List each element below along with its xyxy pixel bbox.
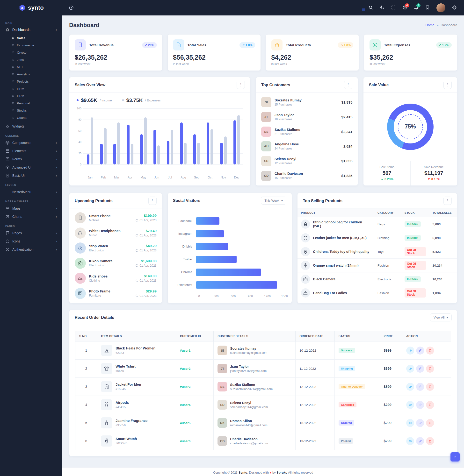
sidebar-item-components[interactable]: Components› — [0, 139, 62, 147]
sidebar-subitem-ecommerce[interactable]: Ecommerce — [0, 42, 62, 49]
top-selling-row[interactable]: Childrens Teddy toy of high qualityToysO… — [298, 245, 457, 259]
upcoming-product-row[interactable]: White HeadphonesMusic$79.49 01 Apr, 2023 — [75, 227, 157, 239]
sidebar-subitem-course[interactable]: Course — [0, 114, 62, 121]
top-selling-row[interactable]: Ethnic School bag for children (24L)Bags… — [298, 217, 457, 231]
customer-row[interactable]: SISocrates Itumay15 Purchases$1,835 — [261, 97, 353, 107]
sidebar-item-charts[interactable]: Charts› — [0, 213, 62, 221]
scroll-to-top-button[interactable] — [450, 452, 460, 461]
bar-group-feb — [100, 128, 106, 164]
bar-group-mar — [113, 122, 120, 164]
sidebar-subitem-crypto[interactable]: Crypto — [0, 49, 62, 56]
customer-row[interactable]: CDCharlie Davieson15 Purchases$1,835 — [261, 171, 353, 181]
sidebar-item-dashboards[interactable]: Dashboards› — [0, 26, 62, 34]
upcoming-product-row[interactable]: Kikon CameraElectronics$1,699.00 01 Apr,… — [75, 258, 157, 269]
delete-order-button[interactable] — [426, 401, 434, 409]
customer-id-link[interactable]: #user3 — [180, 385, 191, 389]
top-selling-row[interactable]: Leather jacket for men (S,M,L,XL)Clothin… — [298, 231, 457, 245]
upcoming-products-menu-button[interactable]: ⋮ — [148, 196, 157, 205]
settings-button[interactable] — [452, 5, 457, 11]
delete-order-button[interactable] — [426, 346, 434, 355]
customer-row[interactable]: SDSelena Deoyl12 Purchases$1,035 — [261, 156, 353, 166]
upcoming-product-row[interactable]: Smart PhoneMobiles$199.99 01 Apr, 2023 — [75, 212, 157, 223]
app-logo[interactable]: synto — [0, 4, 62, 11]
camera-icon — [75, 258, 86, 269]
edit-order-button[interactable] — [416, 383, 424, 391]
edit-order-button[interactable] — [416, 401, 424, 409]
top-selling-row[interactable]: Hand Bag For LadiesFashionOut Of Stock1,… — [298, 286, 457, 300]
delete-order-button[interactable] — [426, 365, 434, 373]
edit-order-button[interactable] — [416, 365, 424, 373]
upcoming-product-row[interactable]: Stop WatchElectronics$49.29 01 Apr, 2023 — [75, 243, 157, 253]
sidebar-item-authentication[interactable]: Authentication› — [0, 245, 62, 253]
top-customers-menu-button[interactable]: ⋮ — [344, 81, 352, 89]
view-order-button[interactable] — [406, 419, 414, 427]
bookmark-button[interactable] — [425, 5, 430, 11]
top-selling-row[interactable]: Orange smart watch (24mm)FashionOut Of S… — [298, 259, 457, 272]
sidebar-subitem-stocks[interactable]: Stocks — [0, 107, 62, 114]
jacket-icon — [101, 381, 112, 392]
top-selling-header: PRODUCT — [298, 208, 374, 217]
sidebar-item-icons[interactable]: Icons› — [0, 237, 62, 245]
sidebar-subitem-nft[interactable]: NFT — [0, 63, 62, 71]
social-range-dropdown[interactable]: This Week▾ — [261, 196, 287, 205]
sales-overview-menu-button[interactable]: ⋮ — [237, 81, 245, 89]
footer-designer-link[interactable]: Spruko — [276, 471, 287, 474]
view-order-button[interactable] — [406, 383, 414, 391]
cart-button[interactable]: 4 — [402, 5, 407, 11]
order-item-code: #45415 — [116, 405, 129, 409]
delete-order-button[interactable] — [426, 383, 434, 391]
sidebar-item-pages[interactable]: Pages› — [0, 229, 62, 237]
delete-order-button[interactable] — [426, 437, 434, 445]
customer-id-link[interactable]: #user2 — [180, 367, 191, 371]
customer-id-link[interactable]: #user5 — [180, 421, 191, 425]
customer-avatar: SD — [217, 400, 227, 410]
view-all-dropdown[interactable]: View All▾ — [430, 313, 452, 321]
customer-row[interactable]: AHAngelina Hose24 Purchases2,624 — [261, 141, 353, 151]
delete-order-button[interactable] — [426, 419, 434, 427]
edit-order-button[interactable] — [416, 346, 424, 355]
sidebar-subitem-projects[interactable]: Projects — [0, 78, 62, 85]
sidebar-subitem-crm[interactable]: CRM — [0, 92, 62, 100]
user-avatar[interactable] — [436, 3, 445, 12]
upcoming-product-row[interactable]: Kids shoesClothing$149.00 01 Apr, 2023 — [75, 273, 157, 284]
stat-note: in last week — [173, 62, 255, 66]
sale-value-menu-button[interactable]: ⋮ — [444, 81, 452, 89]
customer-row[interactable]: SSSuzika Stallone21 Purchases$2,341 — [261, 127, 353, 137]
edit-order-button[interactable] — [416, 419, 424, 427]
notifications-button[interactable]: 4 — [414, 5, 419, 11]
view-order-button[interactable] — [406, 437, 414, 445]
view-order-button[interactable] — [406, 401, 414, 409]
sidebar-subitem-hrm[interactable]: HRM — [0, 85, 62, 92]
sidebar-item-advanced-ui[interactable]: Advanced Ui› — [0, 163, 62, 171]
sidebar-item-widgets[interactable]: Widgets — [0, 122, 62, 131]
top-selling-row[interactable]: Black CameraElectronicIn Stock10,234 — [298, 272, 457, 286]
sidebar-subitem-jobs[interactable]: Jobs — [0, 56, 62, 63]
breadcrumb-home-link[interactable]: Home — [425, 23, 434, 27]
x-axis-label: Sep — [192, 176, 202, 179]
search-button[interactable] — [368, 5, 373, 11]
order-number: 5 — [75, 414, 97, 432]
customer-id-link[interactable]: #user6 — [180, 439, 191, 443]
dark-mode-button[interactable] — [380, 5, 385, 11]
upcoming-product-row[interactable]: Photo FrameFurniture$29.99 01 Apr, 2023 — [75, 288, 157, 299]
sidebar-subitem-analytics[interactable]: Analytics — [0, 71, 62, 78]
sidebar-item-elements[interactable]: Elements› — [0, 147, 62, 155]
sidebar-item-maps[interactable]: Maps› — [0, 204, 62, 213]
footer-brand[interactable]: Synto — [239, 471, 247, 474]
sidebar-toggle-button[interactable] — [69, 5, 74, 10]
top-selling-menu-button[interactable]: ⋮ — [444, 196, 452, 205]
view-order-button[interactable] — [406, 346, 414, 355]
sidebar-item-forms[interactable]: Forms› — [0, 155, 62, 163]
edit-order-button[interactable] — [416, 437, 424, 445]
sidebar-subitem-personal[interactable]: Personal — [0, 100, 62, 107]
sidebar-subitem-sales[interactable]: Sales — [0, 34, 62, 42]
customer-row[interactable]: JTJson Taylor18 Purchases$2,415 — [261, 112, 353, 122]
customer-id-link[interactable]: #user1 — [180, 349, 191, 352]
sidebar-item-nestedmenu[interactable]: NestedMenu› — [0, 188, 62, 196]
sidebar-item-basic-ui[interactable]: Basic Ui› — [0, 171, 62, 180]
view-order-button[interactable] — [406, 365, 414, 373]
basic-ui-icon — [5, 173, 10, 178]
fullscreen-button[interactable] — [391, 5, 396, 11]
customer-id-link[interactable]: #user4 — [180, 403, 191, 407]
expense-bar — [184, 143, 187, 164]
